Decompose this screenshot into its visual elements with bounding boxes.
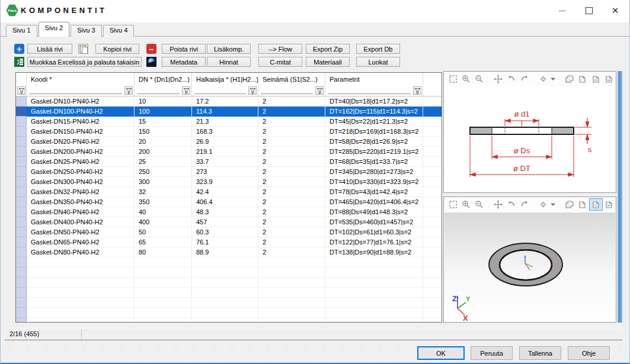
table-cell[interactable]: 2: [258, 237, 325, 247]
dropdown-caret-icon[interactable]: [549, 73, 558, 85]
cancel-button[interactable]: Peruuta: [471, 346, 513, 360]
table-row[interactable]: Gasket-DN25-PN40-H22533.72DT=68|Ds=35|d1…: [16, 157, 442, 167]
table-cell[interactable]: Gasket-DN100-PN40-H2: [27, 107, 135, 117]
table-cell[interactable]: 2: [258, 197, 325, 207]
row-selector[interactable]: [16, 96, 27, 107]
table-cell[interactable]: DT=58|Ds=28|d1=26.9|s=2: [325, 137, 423, 147]
table-cell[interactable]: DT=162|Ds=115|d1=114.3|s=2: [325, 107, 423, 117]
add-row-icon[interactable]: +: [14, 44, 24, 54]
table-cell[interactable]: DT=122|Ds=77|d1=76.1|s=2: [325, 237, 423, 247]
table-row[interactable]: Gasket-DN350-PN40-H2350406.42DT=465|Ds=4…: [16, 197, 442, 207]
table-cell[interactable]: 200: [135, 147, 192, 157]
table-cell[interactable]: 17.2: [192, 96, 258, 107]
table-cell[interactable]: Gasket-DN25-PN40-H2: [27, 157, 135, 167]
table-cell[interactable]: 2: [258, 117, 325, 127]
copy-view-4-icon[interactable]: [603, 73, 616, 85]
table-cell[interactable]: DT=78|Ds=43|d1=42.4|s=2: [325, 187, 423, 197]
table-row[interactable]: Gasket-DN150-PN40-H2150168.32DT=218|Ds=1…: [16, 127, 442, 137]
table-row[interactable]: Gasket-DN50-PN40-H25060.32DT=102|Ds=61|d…: [16, 227, 442, 237]
table-cell[interactable]: 60.3: [192, 227, 258, 237]
row-selector[interactable]: [16, 247, 27, 257]
table-cell[interactable]: 2: [258, 217, 325, 227]
close-button[interactable]: ✕: [606, 2, 625, 19]
center-point-icon[interactable]: [536, 73, 549, 85]
help-button[interactable]: Ohje: [568, 346, 610, 360]
row-selector[interactable]: [16, 147, 27, 157]
filter-icon[interactable]: [17, 86, 25, 95]
table-cell[interactable]: 21.3: [192, 117, 258, 127]
metadata-button[interactable]: Metadata: [162, 57, 206, 67]
table-cell[interactable]: 323.9: [192, 177, 258, 187]
table-cell[interactable]: DT=102|Ds=61|d1=60.3|s=2: [325, 227, 423, 237]
table-cell[interactable]: 300: [135, 177, 192, 187]
table-cell[interactable]: 406.4: [192, 197, 258, 207]
table-cell[interactable]: 76.1: [192, 237, 258, 247]
table-cell[interactable]: Gasket-DN200-PN40-H2: [27, 147, 135, 157]
table-row[interactable]: Gasket-DN80-PN40-H28088.92DT=138|Ds=90|d…: [16, 247, 442, 257]
table-cell[interactable]: 250: [135, 167, 192, 177]
row-selector[interactable]: [16, 177, 27, 187]
fit-selection-icon[interactable]: [446, 73, 459, 85]
table-cell[interactable]: Gasket-DN20-PN40-H2: [27, 137, 135, 147]
table-row[interactable]: Gasket-DN40-PN40-H24048.32DT=88|Ds=49|d1…: [16, 207, 442, 217]
classes-button[interactable]: Luokat: [356, 57, 400, 67]
table-cell[interactable]: 2: [258, 247, 325, 257]
table-cell[interactable]: 2: [258, 137, 325, 147]
table-row[interactable]: Gasket-DN100-PN40-H2100114.32DT=162|Ds=1…: [16, 107, 442, 117]
table-cell[interactable]: DT=535|Ds=460|d1=457|s=2: [325, 217, 423, 227]
table-row[interactable]: Gasket-DN300-PN40-H2300323.92DT=410|Ds=3…: [16, 177, 442, 187]
rotate-right-icon[interactable]: [518, 73, 531, 85]
column-header-parametrit[interactable]: Parametrit: [325, 73, 423, 85]
zoom-in-icon[interactable]: [459, 73, 472, 85]
table-cell[interactable]: 2: [258, 167, 325, 177]
row-selector[interactable]: [16, 137, 27, 147]
minimize-button[interactable]: [552, 2, 571, 19]
table-cell[interactable]: DT=68|Ds=35|d1=33.7|s=2: [325, 157, 423, 167]
row-selector[interactable]: [16, 207, 27, 217]
table-cell[interactable]: 100: [135, 107, 192, 117]
table-cell[interactable]: 114.3: [192, 107, 258, 117]
zoom-out-icon[interactable]: [473, 198, 486, 211]
table-cell[interactable]: 40: [135, 207, 192, 217]
ok-button[interactable]: OK: [417, 346, 465, 360]
table-cell[interactable]: DT=138|Ds=90|d1=88.9|s=2: [325, 247, 423, 257]
table-cell[interactable]: Gasket-DN300-PN40-H2: [27, 177, 135, 187]
table-row[interactable]: Gasket-DN20-PN40-H22026.92DT=58|Ds=28|d1…: [16, 137, 442, 147]
copy-view-3-icon[interactable]: [589, 198, 602, 211]
column-header-seinama[interactable]: Seinämä (S1|S2...): [258, 73, 325, 85]
drawing-2d-canvas[interactable]: ø d1 s ø Ds ø DT: [444, 87, 615, 192]
table-cell[interactable]: Gasket-DN80-PN40-H2: [27, 247, 135, 257]
filter-icon[interactable]: [248, 86, 257, 95]
table-cell[interactable]: 65: [135, 237, 192, 247]
row-selector[interactable]: [16, 217, 27, 227]
rotate-left-icon[interactable]: [505, 198, 518, 211]
panel-splitter[interactable]: [618, 71, 622, 323]
table-cell[interactable]: Gasket-DN32-PN40-H2: [27, 187, 135, 197]
table-cell[interactable]: 88.9: [192, 247, 258, 257]
table-cell[interactable]: 2: [258, 127, 325, 137]
table-cell[interactable]: 2: [258, 207, 325, 217]
table-row[interactable]: Gasket-DN65-PN40-H26576.12DT=122|Ds=77|d…: [16, 237, 442, 247]
table-cell[interactable]: DT=218|Ds=169|d1=168.3|s=2: [325, 127, 423, 137]
table-cell[interactable]: Gasket-DN350-PN40-H2: [27, 197, 135, 207]
filter-icon[interactable]: [315, 86, 324, 95]
table-cell[interactable]: 80: [135, 247, 192, 257]
table-row[interactable]: Gasket-DN250-PN40-H22502732DT=345|Ds=280…: [16, 167, 442, 177]
rotate-right-icon[interactable]: [518, 198, 531, 211]
table-cell[interactable]: 2: [258, 177, 325, 187]
table-cell[interactable]: 10: [135, 96, 192, 107]
zoom-out-icon[interactable]: [473, 73, 486, 85]
zoom-in-icon[interactable]: [459, 198, 472, 211]
table-cell[interactable]: 20: [135, 137, 192, 147]
row-selector[interactable]: [16, 157, 27, 167]
metadata-icon[interactable]: [146, 57, 156, 67]
table-cell[interactable]: DT=88|Ds=49|d1=48.3|s=2: [325, 207, 423, 217]
pan-icon[interactable]: [491, 198, 504, 211]
table-cell[interactable]: 25: [135, 157, 192, 167]
table-cell[interactable]: 219.1: [192, 147, 258, 157]
table-cell[interactable]: 33.7: [192, 157, 258, 167]
row-selector[interactable]: [16, 117, 27, 127]
table-cell[interactable]: 26.9: [192, 137, 258, 147]
additional-components-button[interactable]: Lisäkomp.: [207, 44, 251, 54]
table-cell[interactable]: DT=410|Ds=330|d1=323.9|s=2: [325, 177, 423, 187]
